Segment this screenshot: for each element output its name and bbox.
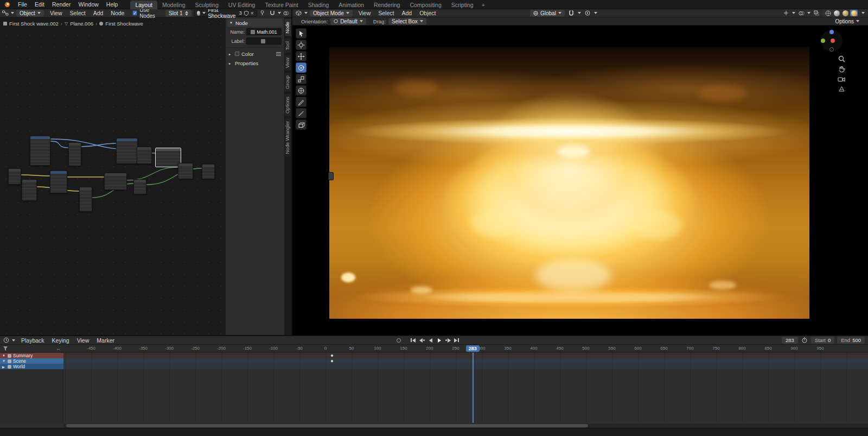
fake-user-shield-icon[interactable] <box>244 11 248 16</box>
viewport-editor-type-icon[interactable] <box>295 10 302 17</box>
tool-add-primitive[interactable] <box>296 119 307 130</box>
drag-dropdown[interactable]: Select Box <box>388 18 426 25</box>
shader-node[interactable] <box>30 136 50 166</box>
timeline-menu-playback[interactable]: Playback <box>17 337 48 344</box>
timeline-editor-type-icon[interactable] <box>2 337 10 344</box>
play-reverse-button[interactable] <box>427 337 434 344</box>
tool-move[interactable] <box>296 51 307 61</box>
shader-node[interactable] <box>137 147 152 164</box>
sidebar-tab-group[interactable]: Group <box>284 72 291 92</box>
sidebar-tab-node[interactable]: Node <box>284 18 291 37</box>
show-gizmo-icon[interactable] <box>782 10 790 17</box>
axis-x-dot[interactable] <box>831 39 835 43</box>
start-frame-field[interactable]: Start0 <box>811 337 834 344</box>
topbar-menu-help[interactable]: Help <box>103 1 122 8</box>
snapping-chevron-icon[interactable] <box>278 12 281 14</box>
material-slot-dropdown[interactable]: Slot 1 <box>165 10 192 17</box>
timeline-menu-marker[interactable]: Marker <box>93 337 118 344</box>
shader-node[interactable] <box>22 179 37 201</box>
shader-node[interactable] <box>79 187 92 212</box>
shading-material-button[interactable] <box>841 10 849 16</box>
breadcrumb-item[interactable]: First Shockwave <box>105 21 143 27</box>
pin-icon[interactable] <box>259 10 265 17</box>
workspace-tab-uv-editing[interactable]: UV Editing <box>224 1 260 9</box>
tool-cursor[interactable] <box>296 40 307 50</box>
stopwatch-icon[interactable] <box>801 337 808 344</box>
mode-dropdown[interactable]: Object Mode <box>310 10 353 17</box>
snap-magnet-icon[interactable] <box>567 10 575 17</box>
workspace-tab-scripting[interactable]: Scripting <box>446 1 478 9</box>
sidebar-tab-node-wrangler[interactable]: Node Wrangler <box>284 118 291 157</box>
color-menu-icon[interactable] <box>276 52 281 56</box>
color-section-header[interactable]: ▸ Color <box>229 50 281 58</box>
snap-settings-chevron-icon[interactable] <box>578 12 581 14</box>
overlays-chevron-icon[interactable] <box>807 12 810 14</box>
pan-hand-icon[interactable] <box>838 65 846 73</box>
timeline-scrollbar[interactable] <box>66 424 588 427</box>
shader-menu-select[interactable]: Select <box>66 9 89 17</box>
viewport-canvas[interactable] <box>292 26 868 335</box>
shading-wireframe-button[interactable] <box>824 10 832 16</box>
play-button[interactable] <box>436 337 443 344</box>
blender-logo-icon[interactable] <box>3 1 11 8</box>
viewport-menu-view[interactable]: View <box>355 9 375 17</box>
show-overlays-icon[interactable] <box>797 10 805 17</box>
browse-material-chevron-icon[interactable] <box>202 12 206 14</box>
axis-y-dot[interactable] <box>821 39 825 43</box>
workspace-tab-sculpting[interactable]: Sculpting <box>190 1 224 9</box>
axis-z-dot[interactable] <box>829 30 834 34</box>
timeline-menu-view[interactable]: View <box>73 337 93 344</box>
sidebar-tab-view[interactable]: View <box>284 54 291 71</box>
topbar-menu-edit[interactable]: Edit <box>31 1 48 8</box>
shader-node-active[interactable] <box>155 148 181 167</box>
sidebar-tab-options[interactable]: Options <box>284 93 291 117</box>
toggle-xray-icon[interactable] <box>813 10 820 17</box>
channel-expand-icon[interactable]: ▼ <box>2 354 6 357</box>
channel-expand-icon[interactable]: ▶ <box>2 365 6 369</box>
topbar-menu-window[interactable]: Window <box>74 1 102 8</box>
viewport-editor-chevron-icon[interactable] <box>304 12 308 14</box>
tool-measure[interactable] <box>296 108 307 118</box>
timeline-ruler[interactable]: 283 -450-400-350-300-250-200-150-100-500… <box>0 345 868 352</box>
shader-node[interactable] <box>116 138 138 164</box>
shading-solid-button[interactable] <box>833 10 840 16</box>
viewport-menu-select[interactable]: Select <box>374 9 398 17</box>
orientation-dropdown[interactable]: Default <box>330 18 366 25</box>
workspace-tab-animation[interactable]: Animation <box>334 1 369 9</box>
next-keyframe-button[interactable] <box>444 337 451 344</box>
shading-chevron-icon[interactable] <box>861 12 865 14</box>
zoom-icon[interactable] <box>838 55 846 63</box>
material-users-count[interactable]: 3 <box>239 10 242 16</box>
shader-node[interactable] <box>133 179 146 194</box>
channel-row-world[interactable]: ▶World <box>0 364 63 369</box>
workspace-tab-compositing[interactable]: Compositing <box>405 1 446 9</box>
properties-expand-icon[interactable]: ▸ <box>229 61 233 65</box>
panel-expand-icon[interactable]: ▼ <box>229 21 233 24</box>
shader-menu-view[interactable]: View <box>46 9 66 17</box>
topbar-menu-file[interactable]: File <box>14 1 31 8</box>
playhead-line[interactable] <box>473 352 474 423</box>
transform-orientation-dropdown[interactable]: Global <box>530 10 565 17</box>
editor-type-chevron-icon[interactable] <box>11 12 14 14</box>
previous-keyframe-button[interactable] <box>418 337 425 344</box>
proportional-chevron-icon[interactable] <box>594 12 597 14</box>
color-expand-icon[interactable]: ▸ <box>229 52 233 56</box>
channel-expand-icon[interactable]: ▼ <box>2 359 6 363</box>
region-grip-handle[interactable] <box>328 172 334 180</box>
timeline-menu-keying[interactable]: Keying <box>48 337 73 344</box>
channel-row-summary[interactable]: ▼Summary <box>0 353 63 358</box>
tool-rotate[interactable] <box>296 62 307 73</box>
node-label-field[interactable] <box>246 37 282 45</box>
snapping-magnet-icon[interactable] <box>270 10 276 17</box>
current-frame-field[interactable]: 283 <box>782 337 798 344</box>
shader-type-dropdown[interactable]: Object <box>16 10 44 17</box>
properties-section-header[interactable]: ▸ Properties <box>229 59 281 67</box>
add-workspace-button[interactable]: + <box>478 1 488 9</box>
use-nodes-checkbox[interactable]: ✓ <box>132 10 137 16</box>
node-graph-canvas[interactable]: First Shock wave.002›▽Plane.006›First Sh… <box>0 17 225 335</box>
camera-view-icon[interactable] <box>837 75 845 83</box>
viewport-menu-object[interactable]: Object <box>416 9 439 17</box>
current-frame-indicator[interactable]: 283 <box>466 345 480 352</box>
node-panel-header[interactable]: ▼ Node <box>227 19 283 27</box>
jump-to-start-button[interactable] <box>410 337 417 344</box>
